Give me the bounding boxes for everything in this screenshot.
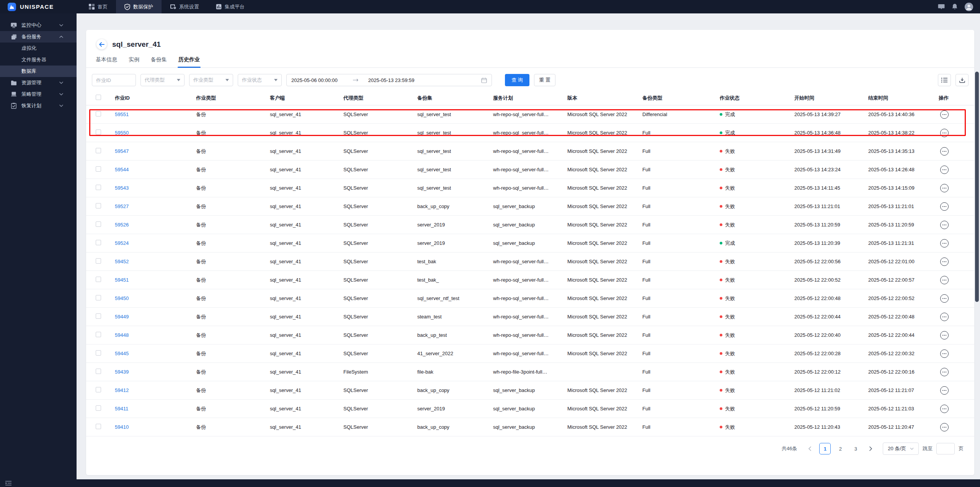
column-header-4[interactable]: 备份集 bbox=[417, 95, 493, 102]
scrollbar-thumb[interactable] bbox=[975, 72, 979, 302]
table-row[interactable]: 59451备份sql_server_41SQLServertest_bak_wh… bbox=[86, 271, 974, 289]
row-checkbox[interactable] bbox=[96, 369, 101, 374]
job-id-link[interactable]: 59550 bbox=[115, 130, 129, 136]
jump-page-input[interactable] bbox=[936, 443, 955, 454]
header-checkbox[interactable] bbox=[96, 95, 101, 100]
row-actions-button[interactable] bbox=[940, 331, 949, 339]
job-id-link[interactable]: 59543 bbox=[115, 185, 129, 191]
date-end-value[interactable]: 2025-05-13 23:59:59 bbox=[368, 77, 415, 83]
date-start-value[interactable]: 2025-05-06 00:00:00 bbox=[291, 77, 338, 83]
sidebar-group-0[interactable]: 监控中心 bbox=[0, 20, 77, 31]
tab-2[interactable]: 备份集 bbox=[150, 56, 168, 67]
agent-type-select[interactable]: 代理类型 bbox=[140, 74, 185, 86]
date-range-picker[interactable]: 2025-05-06 00:00:00 2025-05-13 23:59:59 bbox=[286, 74, 492, 86]
row-actions-button[interactable] bbox=[940, 110, 949, 119]
row-actions-button[interactable] bbox=[940, 294, 949, 303]
column-settings-icon[interactable] bbox=[938, 74, 951, 86]
sidebar-subitem-3[interactable]: 文件服务器 bbox=[0, 54, 77, 66]
row-actions-button[interactable] bbox=[940, 368, 949, 376]
job-type-select[interactable]: 作业类型 bbox=[189, 74, 233, 86]
row-checkbox[interactable] bbox=[96, 240, 101, 245]
table-row[interactable]: 59543备份sql_server_41SQLServersql_server_… bbox=[86, 179, 974, 197]
job-status-select[interactable]: 作业状态 bbox=[238, 74, 282, 86]
prev-page-icon[interactable] bbox=[804, 443, 815, 454]
row-checkbox[interactable] bbox=[96, 185, 101, 190]
row-checkbox[interactable] bbox=[96, 221, 101, 227]
row-actions-button[interactable] bbox=[940, 184, 949, 192]
job-id-link[interactable]: 59450 bbox=[115, 295, 129, 301]
column-header-1[interactable]: 作业类型 bbox=[196, 95, 270, 102]
next-page-icon[interactable] bbox=[865, 443, 877, 454]
row-checkbox[interactable] bbox=[96, 258, 101, 264]
row-actions-button[interactable] bbox=[940, 313, 949, 321]
topnav-item-0[interactable]: 首页 bbox=[80, 0, 116, 13]
column-header-6[interactable]: 版本 bbox=[567, 95, 642, 102]
table-row[interactable]: 59526备份sql_server_41SQLServerserver_2019… bbox=[86, 216, 974, 234]
column-header-5[interactable]: 服务计划 bbox=[493, 95, 567, 102]
column-header-8[interactable]: 作业状态 bbox=[720, 95, 794, 102]
column-header-3[interactable]: 代理类型 bbox=[343, 95, 417, 102]
row-actions-button[interactable] bbox=[940, 386, 949, 395]
page-number-2[interactable]: 2 bbox=[835, 443, 846, 454]
row-actions-button[interactable] bbox=[940, 423, 949, 431]
job-id-link[interactable]: 59412 bbox=[115, 387, 129, 393]
sidebar-subitem-2[interactable]: 虚拟化 bbox=[0, 43, 77, 54]
row-checkbox[interactable] bbox=[96, 313, 101, 319]
row-actions-button[interactable] bbox=[940, 257, 949, 266]
row-actions-button[interactable] bbox=[940, 221, 949, 229]
topnav-item-2[interactable]: 系统设置 bbox=[162, 0, 207, 13]
job-id-link[interactable]: 59452 bbox=[115, 259, 129, 264]
job-id-link[interactable]: 59411 bbox=[115, 406, 128, 412]
job-id-link[interactable]: 59445 bbox=[115, 351, 129, 356]
table-row[interactable]: 59452备份sql_server_41SQLServertest_bakwh-… bbox=[86, 253, 974, 271]
sidebar-group-5[interactable]: 资源管理 bbox=[0, 77, 77, 89]
table-row[interactable]: 59547备份sql_server_41SQLServersql_server_… bbox=[86, 142, 974, 161]
table-row[interactable]: 59524备份sql_server_41SQLServerserver_2019… bbox=[86, 234, 974, 253]
search-button[interactable]: 查 询 bbox=[505, 74, 529, 86]
job-id-link[interactable]: 59544 bbox=[115, 167, 129, 172]
page-size-select[interactable]: 20 条/页 bbox=[883, 443, 919, 455]
job-id-link[interactable]: 59448 bbox=[115, 332, 129, 338]
row-actions-button[interactable] bbox=[940, 405, 949, 413]
job-id-link[interactable]: 59451 bbox=[115, 277, 129, 283]
row-checkbox[interactable] bbox=[96, 350, 101, 356]
table-row[interactable]: 59410备份sql_server_41SQLServerback_up_cop… bbox=[86, 418, 974, 436]
row-checkbox[interactable] bbox=[96, 277, 101, 282]
job-id-link[interactable]: 59526 bbox=[115, 222, 129, 228]
row-checkbox[interactable] bbox=[96, 148, 101, 153]
column-header-9[interactable]: 开始时间 bbox=[794, 95, 868, 102]
job-id-link[interactable]: 59410 bbox=[115, 424, 129, 430]
job-id-input[interactable] bbox=[92, 74, 136, 86]
row-actions-button[interactable] bbox=[940, 166, 949, 174]
message-icon[interactable] bbox=[938, 4, 945, 10]
row-actions-button[interactable] bbox=[940, 239, 949, 248]
sidebar-collapse-icon[interactable] bbox=[5, 481, 11, 485]
topnav-item-1[interactable]: 数据保护 bbox=[116, 0, 162, 13]
job-id-link[interactable]: 59551 bbox=[115, 112, 129, 117]
table-row[interactable]: 59550备份sql_server_41SQLServersql_server_… bbox=[86, 124, 974, 142]
column-header-7[interactable]: 备份类型 bbox=[642, 95, 720, 102]
row-actions-button[interactable] bbox=[940, 349, 949, 358]
column-header-11[interactable]: 操作 bbox=[939, 95, 969, 102]
job-id-link[interactable]: 59449 bbox=[115, 314, 129, 320]
table-row[interactable]: 59411备份sql_server_41SQLServerserver_2019… bbox=[86, 400, 974, 418]
row-checkbox[interactable] bbox=[96, 295, 101, 300]
row-checkbox[interactable] bbox=[96, 111, 101, 116]
job-id-link[interactable]: 59527 bbox=[115, 203, 129, 209]
column-header-10[interactable]: 结束时间 bbox=[868, 95, 939, 102]
row-checkbox[interactable] bbox=[96, 203, 101, 208]
sidebar-subitem-4[interactable]: 数据库 bbox=[0, 66, 77, 77]
row-checkbox[interactable] bbox=[96, 387, 101, 392]
sidebar-group-6[interactable]: 策略管理 bbox=[0, 89, 77, 100]
sidebar-group-7[interactable]: 恢复计划 bbox=[0, 100, 77, 112]
row-checkbox[interactable] bbox=[96, 405, 101, 411]
table-row[interactable]: 59450备份sql_server_41SQLServersql_server_… bbox=[86, 289, 974, 308]
table-row[interactable]: 59449备份sql_server_41SQLServersteam_testw… bbox=[86, 308, 974, 326]
reset-button[interactable]: 重 置 bbox=[534, 74, 555, 86]
tab-1[interactable]: 实例 bbox=[128, 56, 140, 67]
sidebar-group-1[interactable]: 备份服务 bbox=[0, 31, 77, 43]
user-avatar[interactable] bbox=[965, 3, 973, 11]
row-checkbox[interactable] bbox=[96, 332, 101, 337]
row-checkbox[interactable] bbox=[96, 166, 101, 172]
table-row[interactable]: 59448备份sql_server_41SQLServerback_up_tes… bbox=[86, 326, 974, 344]
